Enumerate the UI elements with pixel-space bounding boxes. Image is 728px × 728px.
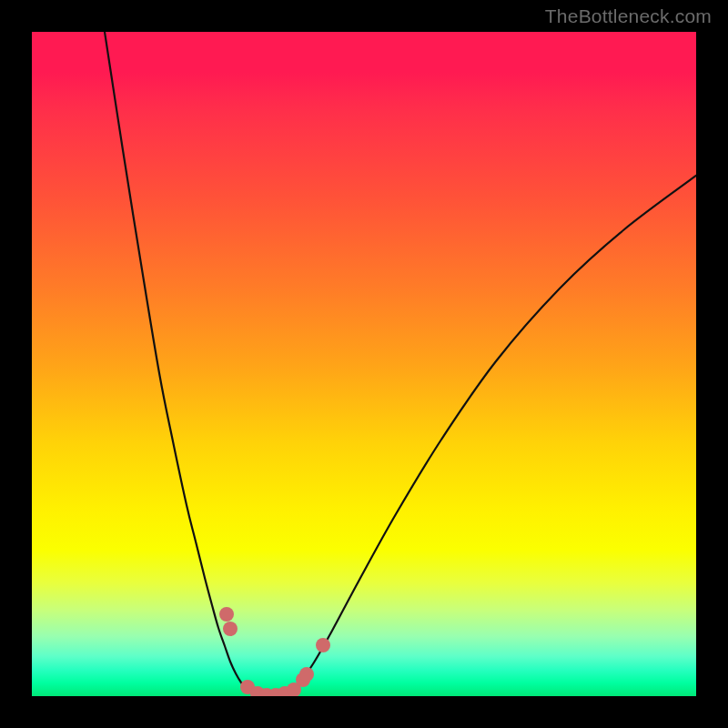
- data-point-marker: [316, 638, 330, 652]
- watermark-text: TheBottleneck.com: [545, 5, 712, 27]
- bottleneck-left-curve: [105, 32, 255, 693]
- curve-overlay: [32, 32, 696, 696]
- data-markers: [219, 607, 330, 696]
- data-point-marker: [223, 622, 238, 636]
- data-point-marker: [299, 667, 314, 682]
- bottleneck-right-curve: [291, 176, 696, 693]
- data-point-marker: [219, 607, 234, 622]
- plot-area: [32, 32, 696, 696]
- chart-frame: TheBottleneck.com: [0, 0, 728, 728]
